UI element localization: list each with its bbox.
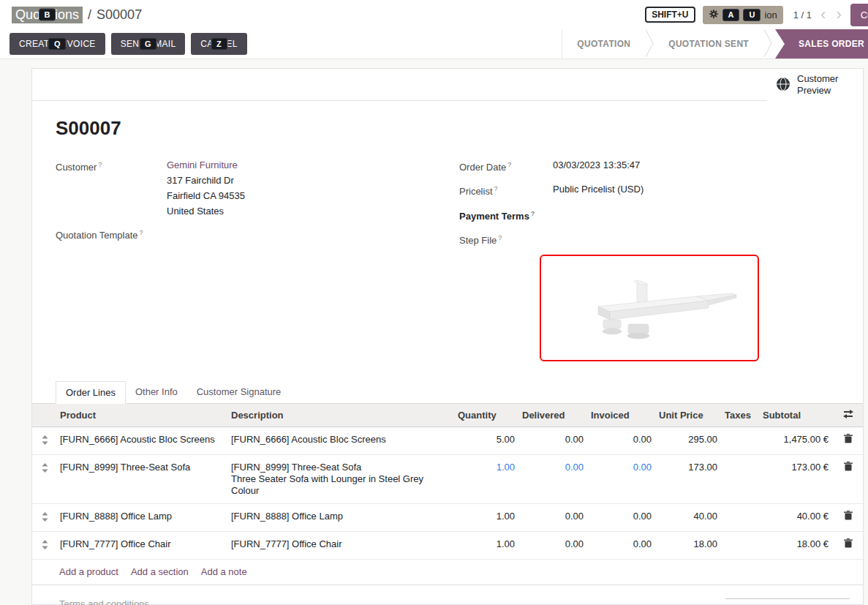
cell-delivered[interactable]: 0.00 — [519, 427, 588, 455]
cancel-button[interactable]: CANCEL Z — [191, 33, 246, 55]
customer-address-line: United States — [167, 203, 245, 219]
trash-icon[interactable] — [833, 504, 863, 532]
chevron-left-icon: ‹ — [820, 5, 826, 23]
drag-handle-icon[interactable] — [32, 504, 57, 532]
cell-quantity[interactable]: 1.00 — [455, 504, 519, 532]
action-menu-label-fragment: ion — [764, 10, 777, 20]
breadcrumb-parent[interactable]: Quotations B — [12, 7, 83, 23]
cell-invoiced[interactable]: 0.00 — [588, 504, 656, 532]
status-step-quotation-sent[interactable]: QUOTATION SENT — [654, 29, 763, 59]
breadcrumb: Quotations B / S00007 — [12, 7, 142, 23]
column-header-description: Description — [228, 404, 455, 427]
shortcut-badge-z: Z — [211, 38, 227, 50]
cell-unit-price[interactable]: 295.00 — [656, 427, 722, 455]
help-icon: ? — [98, 161, 102, 168]
customer-link[interactable]: Gemini Furniture — [167, 159, 238, 170]
cell-description[interactable]: [FURN_8999] Three-Seat Sofa Three Seater… — [228, 455, 455, 504]
help-icon: ? — [531, 210, 535, 217]
cell-invoiced[interactable]: 0.00 — [588, 532, 656, 560]
cell-delivered[interactable]: 0.00 — [519, 504, 588, 532]
cell-description[interactable]: [FURN_8888] Office Lamp — [228, 504, 455, 532]
chevron-separator-icon — [763, 29, 772, 59]
tab-customer-signature[interactable]: Customer Signature — [187, 381, 291, 403]
table-row[interactable]: [FURN_6666] Acoustic Bloc Screens [FURN_… — [32, 427, 863, 455]
breadcrumb-separator: / — [88, 7, 91, 23]
payment-terms-label: Payment Terms? — [459, 206, 553, 224]
tab-other-info[interactable]: Other Info — [126, 381, 187, 403]
cell-description[interactable]: [FURN_7777] Office Chair — [228, 532, 455, 560]
cell-quantity[interactable]: 1.00 — [455, 455, 519, 504]
shortcut-badge-q: Q — [48, 38, 67, 50]
page-title: S00007 — [56, 117, 851, 140]
cell-taxes[interactable] — [722, 532, 760, 560]
pager-previous-button[interactable]: ‹ — [819, 7, 827, 22]
add-a-product-link[interactable]: Add a product — [59, 566, 118, 577]
customer-address-line: Fairfield CA 94535 — [167, 188, 245, 203]
corner-button[interactable]: Ci — [850, 4, 868, 26]
table-row[interactable]: [FURN_7777] Office Chair [FURN_7777] Off… — [32, 532, 863, 560]
column-header-product: Product — [57, 404, 228, 427]
action-menu-button[interactable]: A U ion — [703, 6, 783, 24]
3d-part-render — [558, 267, 741, 349]
cell-taxes[interactable] — [722, 427, 760, 455]
column-header-quantity: Quantity — [455, 404, 519, 427]
globe-icon — [776, 77, 790, 94]
help-icon: ? — [498, 234, 502, 241]
terms-field[interactable]: Terms and conditions... — [59, 598, 157, 605]
cell-subtotal: 1,475.00 € — [760, 427, 833, 455]
pricelist-field: Pricelist? Public Pricelist (USD) — [459, 181, 851, 199]
topbar-right-controls: SHIFT+U A U ion 1 / 1 ‹ › — [645, 4, 861, 26]
cell-product[interactable]: [FURN_6666] Acoustic Bloc Screens — [57, 427, 228, 455]
order-date-field: Order Date? 03/03/2023 13:35:47 — [459, 157, 851, 175]
trash-icon[interactable] — [833, 455, 863, 504]
cell-product[interactable]: [FURN_7777] Office Chair — [57, 532, 228, 560]
cell-invoiced[interactable]: 0.00 — [588, 427, 656, 455]
status-step-quotation[interactable]: QUOTATION — [562, 29, 645, 59]
step-file-label: Step File? — [459, 230, 540, 248]
send-email-button[interactable]: SEND EMAIL G — [111, 33, 186, 55]
cell-unit-price[interactable]: 173.00 — [656, 455, 722, 504]
trash-icon[interactable] — [833, 427, 863, 455]
sheet-footer: Terms and conditions... Total: 1,706.00 … — [32, 585, 863, 605]
cell-unit-price[interactable]: 40.00 — [656, 504, 722, 532]
table-row[interactable]: [FURN_8999] Three-Seat Sofa [FURN_8999] … — [32, 455, 863, 504]
add-a-note-link[interactable]: Add a note — [201, 566, 247, 577]
customer-address-line: 317 Fairchild Dr — [167, 173, 245, 188]
drag-handle-icon[interactable] — [32, 455, 57, 504]
pager-next-button[interactable]: › — [834, 7, 842, 22]
status-step-sales-order[interactable]: SALES ORDER — [775, 29, 868, 59]
customer-preview-label: Customer Preview — [797, 73, 845, 97]
table-row[interactable]: [FURN_8888] Office Lamp [FURN_8888] Offi… — [32, 504, 863, 532]
tab-order-lines[interactable]: Order Lines — [56, 381, 126, 404]
cell-delivered[interactable]: 0.00 — [519, 532, 588, 560]
cell-delivered[interactable]: 0.00 — [519, 455, 588, 504]
pricelist-label: Pricelist? — [459, 181, 553, 199]
shift-shortcut-badge: SHIFT+U — [645, 7, 695, 23]
cell-taxes[interactable] — [722, 504, 760, 532]
total-box: Total: 1,706.00 € — [725, 598, 850, 605]
step-file-image[interactable] — [540, 255, 759, 361]
cell-unit-price[interactable]: 18.00 — [656, 532, 722, 560]
sheet-header-strip: Customer Preview — [32, 69, 863, 101]
cell-quantity[interactable]: 1.00 — [455, 532, 519, 560]
drag-handle-icon[interactable] — [32, 427, 57, 455]
cell-taxes[interactable] — [722, 455, 760, 504]
adjust-columns-icon[interactable] — [833, 404, 863, 427]
quotation-template-field[interactable]: Quotation Template? — [56, 225, 453, 243]
control-panel: CREATE INVOICE Q SEND EMAIL G CANCEL Z Q… — [0, 29, 868, 59]
cell-description[interactable]: [FURN_6666] Acoustic Bloc Screens — [228, 427, 455, 455]
description-line: Three Seater Sofa with Lounger in Steel … — [231, 473, 452, 497]
trash-icon[interactable] — [833, 532, 863, 560]
customer-preview-button[interactable]: Customer Preview — [767, 69, 863, 101]
order-date-value[interactable]: 03/03/2023 13:35:47 — [553, 157, 640, 175]
sheet-header-divider — [32, 69, 767, 101]
cell-product[interactable]: [FURN_8999] Three-Seat Sofa — [57, 455, 228, 504]
cell-product[interactable]: [FURN_8888] Office Lamp — [57, 504, 228, 532]
pricelist-value[interactable]: Public Pricelist (USD) — [553, 181, 644, 199]
add-a-section-link[interactable]: Add a section — [131, 566, 189, 577]
create-invoice-button[interactable]: CREATE INVOICE Q — [10, 33, 105, 55]
cell-invoiced[interactable]: 0.00 — [588, 455, 656, 504]
drag-handle-icon[interactable] — [32, 532, 57, 560]
cell-quantity[interactable]: 5.00 — [455, 427, 519, 455]
step-file-field: Step File? — [459, 230, 851, 248]
